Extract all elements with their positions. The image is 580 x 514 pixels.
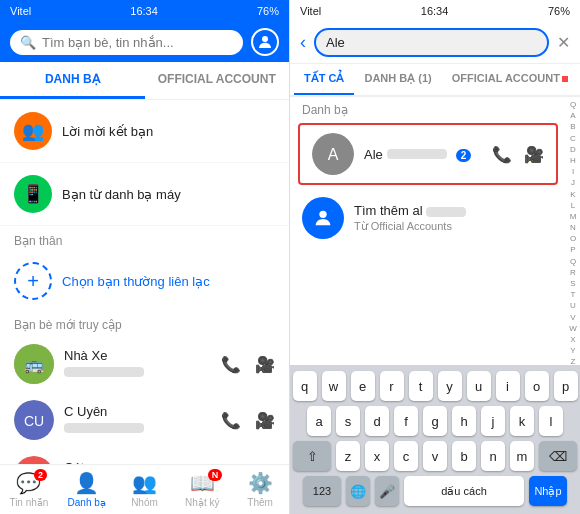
left-search-container[interactable]: 🔍 bbox=[10, 30, 243, 55]
key-u[interactable]: u bbox=[467, 371, 491, 401]
key-k[interactable]: k bbox=[510, 406, 534, 436]
enter-key[interactable]: Nhập bbox=[529, 476, 567, 506]
key-b[interactable]: b bbox=[452, 441, 476, 471]
friend-item-cat[interactable]: C Cát 📞 🎥 bbox=[0, 448, 289, 464]
friend-blur-c-uyen bbox=[64, 423, 144, 433]
space-key[interactable]: dấu cách bbox=[404, 476, 524, 506]
left-search-input[interactable] bbox=[42, 35, 233, 50]
key-a[interactable]: a bbox=[307, 406, 331, 436]
key-h[interactable]: h bbox=[452, 406, 476, 436]
key-p[interactable]: p bbox=[554, 371, 578, 401]
tab-official-account[interactable]: OFFICIAL ACCOUNT bbox=[145, 62, 290, 99]
alpha-A[interactable]: A bbox=[566, 110, 580, 121]
tab-danh-ba[interactable]: DANH BẠ bbox=[0, 62, 145, 99]
mic-key[interactable]: 🎤 bbox=[375, 476, 399, 506]
back-button[interactable]: ‹ bbox=[300, 32, 306, 53]
key-q[interactable]: q bbox=[293, 371, 317, 401]
key-g[interactable]: g bbox=[423, 406, 447, 436]
key-o[interactable]: o bbox=[525, 371, 549, 401]
video-action-alex[interactable]: 🎥 bbox=[524, 145, 544, 164]
nav-nhat-ky[interactable]: N 📖 Nhật ký bbox=[173, 465, 231, 514]
alpha-O[interactable]: O bbox=[566, 233, 580, 244]
phone-action-alex[interactable]: 📞 bbox=[492, 145, 512, 164]
alpha-N[interactable]: N bbox=[566, 222, 580, 233]
friend-avatar-c-uyen: CU bbox=[14, 400, 54, 440]
alpha-K[interactable]: K bbox=[566, 189, 580, 200]
right-battery: 76% bbox=[548, 5, 570, 17]
alpha-W[interactable]: W bbox=[566, 323, 580, 334]
nav-tin-nhan[interactable]: 2 💬 Tin nhắn bbox=[0, 465, 58, 514]
add-favorite-item[interactable]: + Chọn bạn thường liên lạc bbox=[0, 252, 289, 310]
alpha-I[interactable]: I bbox=[566, 166, 580, 177]
key-s[interactable]: s bbox=[336, 406, 360, 436]
alpha-R[interactable]: R bbox=[566, 267, 580, 278]
alpha-Q[interactable]: Q bbox=[566, 99, 580, 110]
shift-key[interactable]: ⇧ bbox=[293, 441, 331, 471]
friend-requests-item[interactable]: 👥 Lời mời kết bạn bbox=[0, 100, 289, 163]
friend-item-c-uyen[interactable]: CU C Uyên 📞 🎥 bbox=[0, 392, 289, 448]
globe-key[interactable]: 🌐 bbox=[346, 476, 370, 506]
key-d[interactable]: d bbox=[365, 406, 389, 436]
phone-icon-nha-xe[interactable]: 📞 bbox=[221, 355, 241, 374]
alpha-L[interactable]: L bbox=[566, 200, 580, 211]
close-search-icon[interactable]: ✕ bbox=[557, 33, 570, 52]
delete-key[interactable]: ⌫ bbox=[539, 441, 577, 471]
oa-result-item[interactable]: Tìm thêm al Từ Official Accounts bbox=[290, 187, 566, 249]
alpha-T[interactable]: T bbox=[566, 289, 580, 300]
key-i[interactable]: i bbox=[496, 371, 520, 401]
key-w[interactable]: w bbox=[322, 371, 346, 401]
right-tab-danh-ba[interactable]: DANH BẠ (1) bbox=[354, 64, 441, 95]
alpha-M[interactable]: M bbox=[566, 211, 580, 222]
left-battery: 76% bbox=[257, 5, 279, 17]
key-r[interactable]: r bbox=[380, 371, 404, 401]
nav-nhom[interactable]: 👥 Nhóm bbox=[116, 465, 174, 514]
key-j[interactable]: j bbox=[481, 406, 505, 436]
alpha-H[interactable]: H bbox=[566, 155, 580, 166]
right-tab-official-account[interactable]: OFFICIAL ACCOUNT bbox=[442, 64, 578, 95]
alpha-D[interactable]: D bbox=[566, 144, 580, 155]
friend-item-nha-xe[interactable]: 🚌 Nhà Xe 📞 🎥 bbox=[0, 336, 289, 392]
alpha-J[interactable]: J bbox=[566, 177, 580, 188]
right-search-container[interactable] bbox=[314, 28, 549, 57]
alpha-P[interactable]: P bbox=[566, 244, 580, 255]
alpha-B[interactable]: B bbox=[566, 121, 580, 132]
recent-friends-header: Bạn bè mới truy cập bbox=[0, 310, 289, 336]
nhom-icon: 👥 bbox=[132, 471, 157, 495]
key-v[interactable]: v bbox=[423, 441, 447, 471]
key-t[interactable]: t bbox=[409, 371, 433, 401]
key-y[interactable]: y bbox=[438, 371, 462, 401]
friend-actions-c-uyen: 📞 🎥 bbox=[221, 411, 275, 430]
friend-avatar-cat: C bbox=[14, 456, 54, 464]
key-n[interactable]: n bbox=[481, 441, 505, 471]
left-status-bar: Vitel 16:34 76% bbox=[0, 0, 289, 22]
search-result-alex[interactable]: A Ale 2 📞 🎥 bbox=[298, 123, 558, 185]
alpha-C[interactable]: C bbox=[566, 133, 580, 144]
key-e[interactable]: e bbox=[351, 371, 375, 401]
phone-icon-c-uyen[interactable]: 📞 bbox=[221, 411, 241, 430]
phonebook-item[interactable]: 📱 Bạn từ danh bạ máy bbox=[0, 163, 289, 226]
right-search-input[interactable] bbox=[326, 35, 537, 50]
key-l[interactable]: l bbox=[539, 406, 563, 436]
nhat-ky-badge: N bbox=[208, 469, 223, 481]
key-c[interactable]: c bbox=[394, 441, 418, 471]
danh-ba-result-header: Danh bạ bbox=[290, 97, 566, 121]
right-tabs: TẤT CẢ DANH BẠ (1) OFFICIAL ACCOUNT bbox=[290, 64, 580, 97]
nav-them[interactable]: ⚙️ Thêm bbox=[231, 465, 289, 514]
alpha-X[interactable]: X bbox=[566, 334, 580, 345]
video-icon-c-uyen[interactable]: 🎥 bbox=[255, 411, 275, 430]
key-f[interactable]: f bbox=[394, 406, 418, 436]
alpha-U[interactable]: U bbox=[566, 300, 580, 311]
alpha-Q[interactable]: Q bbox=[566, 256, 580, 267]
alpha-Y[interactable]: Y bbox=[566, 345, 580, 356]
key-z[interactable]: z bbox=[336, 441, 360, 471]
profile-icon[interactable] bbox=[251, 28, 279, 56]
numbers-key[interactable]: 123 bbox=[303, 476, 341, 506]
key-m[interactable]: m bbox=[510, 441, 534, 471]
alpha-S[interactable]: S bbox=[566, 278, 580, 289]
video-icon-nha-xe[interactable]: 🎥 bbox=[255, 355, 275, 374]
nav-danh-ba[interactable]: 👤 Danh bạ bbox=[58, 465, 116, 514]
key-x[interactable]: x bbox=[365, 441, 389, 471]
right-tab-tat-ca[interactable]: TẤT CẢ bbox=[294, 64, 354, 95]
alpha-V[interactable]: V bbox=[566, 312, 580, 323]
alpha-Z[interactable]: Z bbox=[566, 356, 580, 365]
